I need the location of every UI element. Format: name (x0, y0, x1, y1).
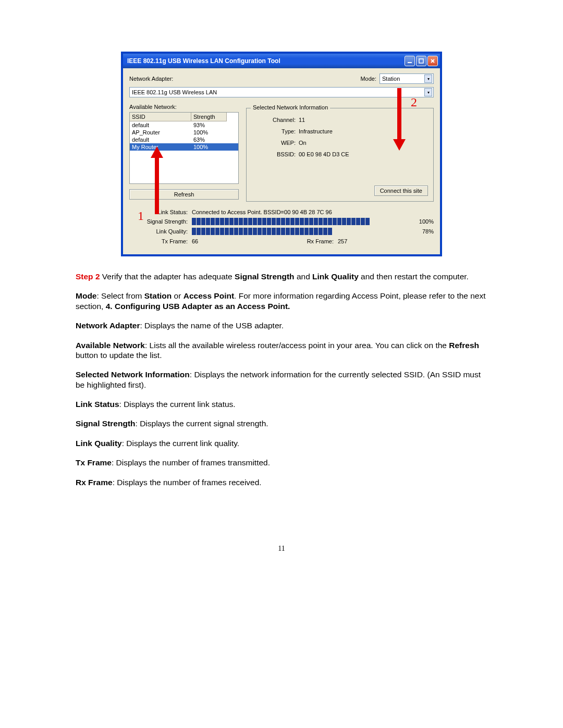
available-network-label: Available Network: (129, 104, 239, 110)
wep-label: WEP: (254, 140, 299, 146)
bssid-label: BSSID: (254, 151, 299, 157)
table-row[interactable]: AP_Router 100% (130, 129, 238, 136)
tx-frame-label: Tx Frame: (129, 238, 192, 244)
paragraph: Step 2 Verify that the adapter has adequ… (76, 272, 487, 281)
paragraph: Rx Frame: Displays the number of frames … (76, 477, 487, 487)
mode-select[interactable]: Station ▾ (380, 73, 434, 84)
annotation-label-2: 2 (411, 95, 417, 109)
paragraph: Link Status: Displays the current link s… (76, 399, 487, 409)
paragraph: Selected Network Information: Displays t… (76, 369, 487, 390)
adapter-select-value: IEEE 802.11g USB Wireless LAN (132, 89, 217, 95)
wep-value: On (299, 140, 307, 146)
paragraph: Signal Strength: Displays the current si… (76, 418, 487, 428)
table-row-selected[interactable]: My Router 100% (130, 143, 238, 151)
signal-strength-bar (192, 218, 380, 225)
type-label: Type: (254, 128, 299, 134)
adapter-select[interactable]: IEEE 802.11g USB Wireless LAN ▾ (129, 87, 434, 97)
svg-rect-0 (408, 62, 412, 63)
paragraph: Mode: Select from Station or Access Poin… (76, 291, 487, 311)
paragraph: Network Adapter: Displays the name of th… (76, 320, 487, 330)
link-status-value: Connected to Access Point. BSSID=00 90 4… (192, 209, 332, 215)
channel-value: 11 (299, 117, 305, 123)
rx-frame-value: 257 (338, 238, 347, 244)
paragraph: Available Network: Lists all the availab… (76, 340, 487, 361)
minimize-button[interactable] (405, 56, 415, 66)
link-quality-value: 78% (410, 228, 434, 235)
paragraph: Tx Frame: Displays the number of frames … (76, 458, 487, 467)
col-header-strength[interactable]: Strength (191, 113, 227, 121)
fieldset-legend: Selected Network Information (251, 104, 330, 110)
config-dialog: IEEE 802.11g USB Wireless LAN Configurat… (121, 52, 442, 256)
document-body: Step 2 Verify that the adapter has adequ… (76, 272, 487, 487)
titlebar[interactable]: IEEE 802.11g USB Wireless LAN Configurat… (123, 54, 440, 68)
chevron-down-icon: ▾ (424, 75, 432, 83)
chevron-down-icon: ▾ (424, 88, 432, 96)
type-value: Infrastructure (299, 128, 333, 134)
available-network-list[interactable]: SSID Strength default 93% AP_Router 100%… (129, 112, 239, 184)
maximize-button[interactable] (416, 56, 426, 66)
link-quality-label: Link Quality: (129, 228, 192, 235)
signal-strength-value: 100% (410, 218, 434, 225)
selected-network-info: Selected Network Information Channel: 11… (246, 108, 434, 202)
refresh-button[interactable]: Refresh (129, 189, 239, 200)
window-controls (405, 56, 438, 66)
window-title: IEEE 802.11g USB Wireless LAN Configurat… (127, 57, 405, 65)
paragraph: Link Quality: Displays the current link … (76, 438, 487, 448)
close-button[interactable] (427, 56, 438, 66)
mode-select-value: Station (382, 76, 400, 82)
annotation-label-1: 1 (138, 209, 144, 223)
channel-label: Channel: (254, 117, 299, 123)
tx-frame-value: 66 (192, 238, 296, 244)
mode-label: Mode: (360, 76, 376, 82)
connect-button[interactable]: Connect this site (374, 186, 428, 196)
table-row[interactable]: default 63% (130, 136, 238, 143)
bssid-value: 00 E0 98 4D D3 CE (299, 151, 349, 157)
link-quality-bar (192, 228, 380, 235)
dialog-body: Network Adapter: Mode: Station ▾ IEEE 80… (123, 68, 440, 254)
status-area: Link Status: Connected to Access Point. … (129, 209, 434, 244)
col-header-ssid[interactable]: SSID (130, 113, 191, 121)
rx-frame-label: Rx Frame: (296, 238, 338, 244)
table-row[interactable]: default 93% (130, 121, 238, 129)
svg-rect-1 (419, 59, 423, 63)
page-number: 11 (76, 545, 487, 553)
network-adapter-label: Network Adapter: (129, 76, 173, 82)
